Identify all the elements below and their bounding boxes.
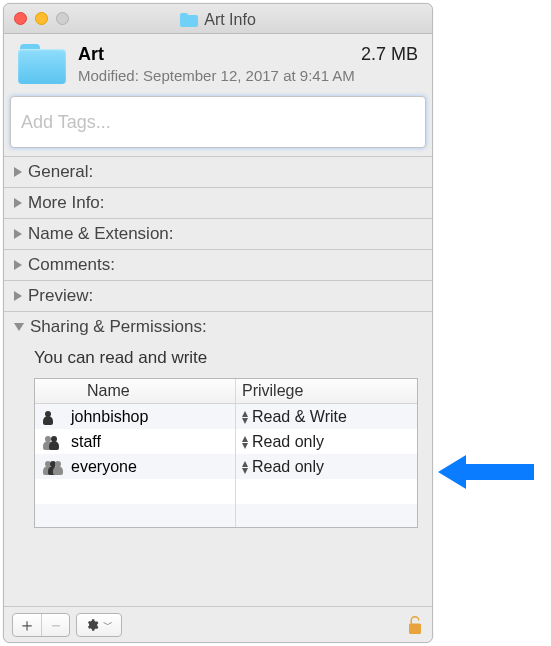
info-window: Art Info Art 2.7 MB Modified: September … — [3, 3, 433, 643]
lock-icon[interactable] — [406, 614, 424, 636]
section-label: Comments: — [28, 255, 115, 275]
add-remove-segment: ＋ － — [12, 613, 70, 637]
gear-icon — [85, 618, 99, 632]
stepper-icon[interactable]: ▴▾ — [242, 460, 248, 474]
disclosure-triangle-icon — [14, 167, 22, 177]
folder-icon — [18, 44, 66, 84]
disclosure-triangle-icon — [14, 198, 22, 208]
section-label: Preview: — [28, 286, 93, 306]
column-header-privilege[interactable]: Privilege — [235, 379, 417, 403]
table-row[interactable]: everyone▴▾Read only — [35, 454, 417, 479]
folder-icon — [180, 13, 198, 27]
permission-privilege: Read & Write — [252, 408, 347, 426]
disclosure-triangle-icon — [14, 229, 22, 239]
svg-marker-0 — [438, 455, 534, 489]
stepper-icon[interactable]: ▴▾ — [242, 410, 248, 424]
summary-section: Art 2.7 MB Modified: September 12, 2017 … — [4, 34, 432, 92]
permissions-rows: johnbishop▴▾Read & Writestaff▴▾Read only… — [35, 404, 417, 528]
remove-button[interactable]: － — [41, 614, 69, 636]
table-row-empty — [35, 504, 417, 528]
disclosure-triangle-icon — [14, 323, 24, 331]
zoom-button — [56, 12, 69, 25]
section-comments[interactable]: Comments: — [4, 250, 432, 280]
users-icon — [43, 434, 65, 450]
section-label: Sharing & Permissions: — [30, 317, 207, 337]
permission-user-name: everyone — [71, 458, 137, 476]
user-icon — [43, 409, 65, 425]
column-header-name[interactable]: Name — [35, 382, 235, 400]
item-size: 2.7 MB — [361, 44, 418, 65]
permissions-table: Name Privilege johnbishop▴▾Read & Writes… — [34, 378, 418, 528]
tags-input[interactable] — [10, 96, 426, 148]
table-row[interactable]: johnbishop▴▾Read & Write — [35, 404, 417, 429]
permission-user-name: johnbishop — [71, 408, 148, 426]
titlebar: Art Info — [4, 4, 432, 34]
permission-privilege: Read only — [252, 433, 324, 451]
section-label: More Info: — [28, 193, 105, 213]
section-general[interactable]: General: — [4, 157, 432, 187]
stepper-icon[interactable]: ▴▾ — [242, 435, 248, 449]
close-button[interactable] — [14, 12, 27, 25]
section-more-info[interactable]: More Info: — [4, 188, 432, 218]
minimize-button[interactable] — [35, 12, 48, 25]
disclosure-triangle-icon — [14, 291, 22, 301]
window-title: Art Info — [204, 11, 256, 29]
chevron-down-icon: ﹀ — [103, 618, 113, 632]
disclosure-triangle-icon — [14, 260, 22, 270]
table-row-empty — [35, 479, 417, 504]
permissions-toolbar: ＋ － ﹀ — [4, 606, 432, 642]
permission-user-name: staff — [71, 433, 101, 451]
permissions-note: You can read and write — [34, 348, 418, 368]
group-icon — [43, 459, 65, 475]
window-controls — [14, 12, 69, 25]
item-modified: Modified: September 12, 2017 at 9:41 AM — [78, 67, 418, 84]
callout-arrow-icon — [438, 452, 538, 492]
section-sharing-permissions[interactable]: Sharing & Permissions: — [4, 312, 432, 342]
section-name-extension[interactable]: Name & Extension: — [4, 219, 432, 249]
tags-field-wrap — [10, 96, 426, 148]
add-button[interactable]: ＋ — [13, 614, 41, 636]
section-preview[interactable]: Preview: — [4, 281, 432, 311]
permission-privilege: Read only — [252, 458, 324, 476]
section-label: Name & Extension: — [28, 224, 174, 244]
table-row[interactable]: staff▴▾Read only — [35, 429, 417, 454]
item-name: Art — [78, 44, 104, 65]
section-label: General: — [28, 162, 93, 182]
action-menu-button[interactable]: ﹀ — [76, 613, 122, 637]
